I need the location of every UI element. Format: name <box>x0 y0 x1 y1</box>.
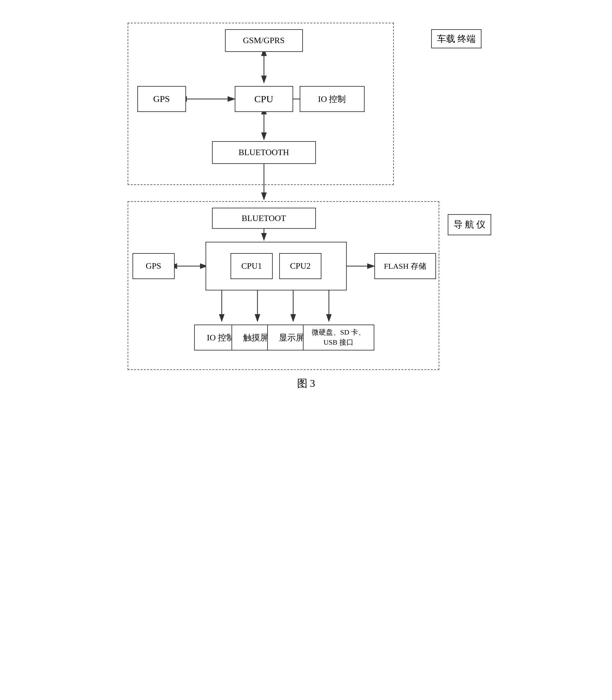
flash-box: FLASH 存储 <box>374 253 436 279</box>
figure-label: 图 3 <box>111 376 501 391</box>
cpu-block: CPU1 CPU2 <box>206 242 347 290</box>
diagram: 车载 终端 GSM/GPRS CPU GPS IO 控制 BLUETOOTH 导… <box>111 13 501 391</box>
storage-box: 微硬盘、SD 卡、USB 接口 <box>303 325 374 351</box>
bluetooth-top-box: BLUETOOTH <box>212 141 316 164</box>
gps-top-box: GPS <box>137 86 186 112</box>
bluetooth-bottom-box: BLUETOOT <box>212 208 316 229</box>
cpu1-box: CPU1 <box>231 253 273 279</box>
vehicle-terminal-label: 车载 终端 <box>431 29 482 48</box>
cpu2-box: CPU2 <box>279 253 321 279</box>
navigator-label: 导 航 仪 <box>448 214 491 235</box>
gsm-gprs-box: GSM/GPRS <box>225 29 303 52</box>
cpu-box: CPU <box>235 86 293 112</box>
gps-bottom-box: GPS <box>133 253 175 279</box>
io-control-top-box: IO 控制 <box>300 86 365 112</box>
